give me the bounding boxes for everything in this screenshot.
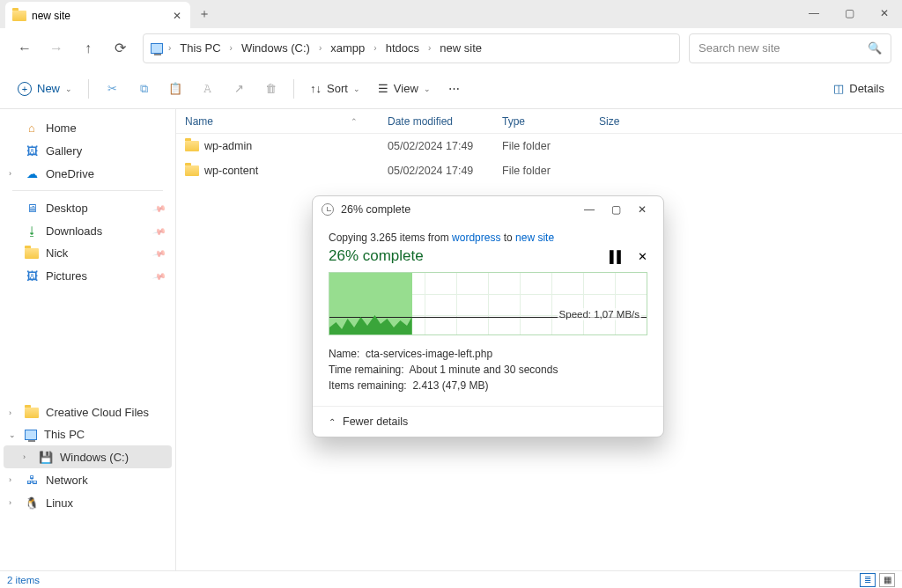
gallery-icon: 🖼 <box>25 143 39 158</box>
new-button[interactable]: + New ⌄ <box>11 78 79 99</box>
download-icon: ⭳ <box>25 224 39 238</box>
source-link[interactable]: wordpress <box>452 232 500 244</box>
chevron-right-icon: › <box>165 43 174 53</box>
cloud-icon: ☁ <box>25 166 39 180</box>
table-row[interactable]: wp-content 05/02/2024 17:49 File folder <box>176 158 902 183</box>
column-headers: Name⌃ Date modified Type Size <box>176 109 902 134</box>
folder-icon <box>25 248 39 259</box>
back-button[interactable]: ← <box>11 34 39 62</box>
sidebar-item-pictures[interactable]: 🖼Pictures <box>4 264 172 287</box>
divider <box>293 79 294 99</box>
cut-button[interactable]: ✂ <box>98 78 126 99</box>
dialog-title: 26% complete <box>341 203 410 216</box>
column-header-date[interactable]: Date modified <box>379 115 493 128</box>
dialog-maximize-button[interactable]: ▢ <box>603 200 628 219</box>
chevron-down-icon: ⌄ <box>353 85 360 93</box>
sidebar-item-gallery[interactable]: 🖼Gallery <box>4 139 172 162</box>
cancel-button[interactable]: ✕ <box>638 250 647 263</box>
sidebar: ⌂Home 🖼Gallery ›☁OneDrive 🖥Desktop ⭳Down… <box>0 109 176 570</box>
breadcrumb[interactable]: This PC <box>176 40 224 56</box>
details-pane-button[interactable]: ◫ Details <box>826 78 891 99</box>
chevron-right-icon: › <box>226 43 236 53</box>
paste-button[interactable]: 📋 <box>161 78 189 99</box>
chevron-down-icon: ⌄ <box>424 85 431 93</box>
navbar: ← → ↑ ⟳ › This PC › Windows (C:) › xampp… <box>0 28 902 69</box>
progress-graph: Speed: 1,07 MB/s <box>329 272 647 335</box>
pause-button[interactable]: ▐▐ <box>606 250 620 263</box>
dialog-minimize-button[interactable]: — <box>577 200 602 219</box>
tab-close-button[interactable]: ✕ <box>171 8 183 24</box>
sidebar-item-ccf[interactable]: ›Creative Cloud Files <box>4 401 172 423</box>
dialog-info: Name: cta-services-image-left.php Time r… <box>329 346 647 393</box>
chevron-right-icon[interactable]: › <box>9 169 11 178</box>
sidebar-item-downloads[interactable]: ⭳Downloads <box>4 219 172 242</box>
chevron-right-icon: › <box>370 43 380 53</box>
new-tab-button[interactable]: ＋ <box>190 0 218 28</box>
column-header-name[interactable]: Name⌃ <box>176 115 379 128</box>
dialog-close-button[interactable]: ✕ <box>630 200 654 219</box>
address-bar[interactable]: › This PC › Windows (C:) › xampp › htdoc… <box>143 33 680 63</box>
sidebar-item-nick[interactable]: Nick <box>4 242 172 264</box>
folder-icon <box>185 141 199 151</box>
chevron-down-icon: ⌄ <box>65 85 72 93</box>
destination-link[interactable]: new site <box>515 232 554 244</box>
column-header-type[interactable]: Type <box>493 115 590 128</box>
view-details-button[interactable]: ≣ <box>860 573 876 587</box>
share-button[interactable]: ↗ <box>225 78 253 99</box>
folder-icon <box>25 408 39 418</box>
copy-button[interactable]: ⧉ <box>129 78 158 99</box>
view-button[interactable]: ☰ View ⌄ <box>371 78 438 99</box>
table-row[interactable]: wp-admin 05/02/2024 17:49 File folder <box>176 134 902 158</box>
divider <box>12 190 163 191</box>
sidebar-item-linux[interactable]: ›🐧Linux <box>4 491 172 514</box>
sidebar-item-network[interactable]: ›🖧Network <box>4 468 172 491</box>
window-close-button[interactable]: ✕ <box>867 0 902 26</box>
network-icon: 🖧 <box>25 473 39 487</box>
sidebar-item-home[interactable]: ⌂Home <box>4 116 172 139</box>
tab-title: new site <box>32 10 70 22</box>
breadcrumb[interactable]: Windows (C:) <box>238 40 314 56</box>
copy-progress-dialog: 26% complete — ▢ ✕ Copying 3.265 items f… <box>312 195 664 437</box>
window-tab[interactable]: new site ✕ <box>5 2 190 30</box>
breadcrumb[interactable]: xampp <box>327 40 368 56</box>
sidebar-item-onedrive[interactable]: ›☁OneDrive <box>4 162 172 185</box>
details-icon: ◫ <box>833 82 844 95</box>
chevron-right-icon[interactable]: › <box>9 408 11 417</box>
sort-indicator-icon: ⌃ <box>351 117 370 126</box>
sidebar-item-thispc[interactable]: ⌄This PC <box>4 423 172 445</box>
chevron-right-icon[interactable]: › <box>23 452 26 461</box>
column-header-size[interactable]: Size <box>590 115 652 128</box>
speed-label: Speed: 1,07 MB/s <box>558 308 641 320</box>
linux-icon: 🐧 <box>25 496 39 510</box>
view-icons-button[interactable]: ▦ <box>879 573 895 587</box>
window-minimize-button[interactable]: — <box>796 0 832 26</box>
chevron-right-icon[interactable]: › <box>9 498 11 507</box>
more-button[interactable]: ⋯ <box>441 78 467 99</box>
view-icon: ☰ <box>378 82 388 95</box>
fewer-details-button[interactable]: ⌃ Fewer details <box>313 406 663 437</box>
window-maximize-button[interactable]: ▢ <box>832 0 867 26</box>
disk-icon: 💾 <box>39 450 53 464</box>
breadcrumb[interactable]: new site <box>436 40 485 56</box>
refresh-button[interactable]: ⟳ <box>106 34 134 62</box>
sidebar-item-desktop[interactable]: 🖥Desktop <box>4 196 172 219</box>
chevron-right-icon: › <box>315 43 325 53</box>
sidebar-item-windowsc[interactable]: ›💾Windows (C:) <box>4 445 172 468</box>
up-button[interactable]: ↑ <box>74 34 102 62</box>
breadcrumb[interactable]: htdocs <box>382 40 423 56</box>
search-icon: 🔍 <box>868 41 882 55</box>
chevron-down-icon[interactable]: ⌄ <box>9 430 16 439</box>
forward-button[interactable]: → <box>42 34 70 62</box>
status-bar: 2 items ≣ ▦ <box>0 570 902 588</box>
divider <box>88 79 89 99</box>
search-input[interactable]: Search new site 🔍 <box>689 33 891 63</box>
delete-button[interactable]: 🗑 <box>256 78 285 99</box>
sort-button[interactable]: ↑↓ Sort ⌄ <box>303 78 367 99</box>
chevron-right-icon[interactable]: › <box>9 475 11 484</box>
status-count: 2 items <box>7 575 40 585</box>
rename-button[interactable]: 𝙰 <box>193 78 221 99</box>
dialog-titlebar[interactable]: 26% complete — ▢ ✕ <box>313 196 663 223</box>
folder-icon <box>12 11 26 21</box>
titlebar: new site ✕ ＋ — ▢ ✕ <box>0 0 902 28</box>
toolbar: + New ⌄ ✂ ⧉ 📋 𝙰 ↗ 🗑 ↑↓ Sort ⌄ ☰ View ⌄ ⋯… <box>0 69 902 109</box>
